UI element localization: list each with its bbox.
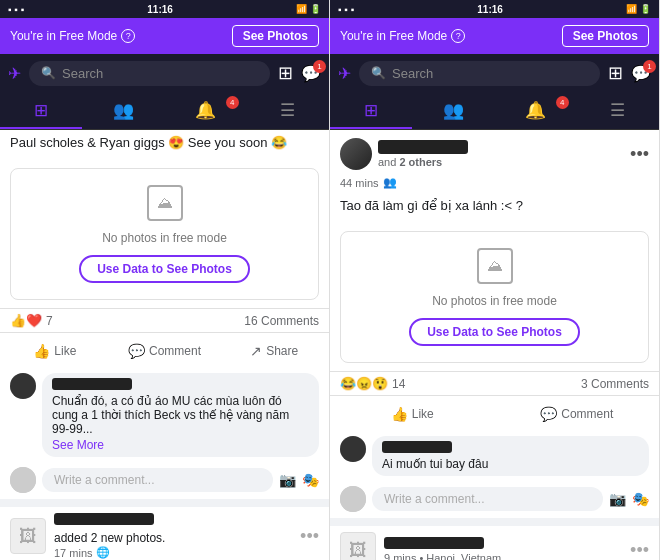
- nav-tab-menu-right[interactable]: ☰: [577, 96, 659, 125]
- comment-section-1: Write a comment... 📷 🎭: [0, 461, 329, 499]
- comment-label-2: Comment: [561, 407, 613, 421]
- home-icon-left: ⊞: [34, 100, 48, 121]
- others-label: 2 others: [399, 156, 442, 168]
- search-actions-left: ⊞ 💬 1: [278, 62, 321, 84]
- search-input-right[interactable]: 🔍 Search: [359, 61, 600, 86]
- post-menu-2[interactable]: •••: [630, 144, 649, 165]
- messenger-badge-left: 1: [313, 60, 326, 73]
- post-andothers-2: and 2 others: [378, 156, 468, 168]
- comment-section-2: Write a comment... 📷 🎭: [330, 480, 659, 518]
- added-photo-name-redacted-right: [384, 537, 484, 549]
- messenger-msg-icon-left[interactable]: 💬 1: [301, 64, 321, 83]
- laugh-emoji-2: 😂: [340, 376, 356, 391]
- battery-icon: 🔋: [310, 4, 321, 14]
- post-menu-right-bar[interactable]: •••: [630, 540, 649, 560]
- qr-icon-left[interactable]: ⊞: [278, 62, 293, 84]
- comment-icons-1: 📷 🎭: [279, 472, 319, 488]
- status-left-icons-right: ▪ ▪ ▪: [338, 4, 354, 15]
- see-photos-btn-right[interactable]: See Photos: [562, 25, 649, 47]
- no-photo-label-1: No photos in free mode: [102, 231, 227, 245]
- my-avatar-2: [340, 486, 366, 512]
- camera-icon-2[interactable]: 📷: [609, 491, 626, 507]
- post-time-2: 44 mins 👥: [330, 174, 659, 193]
- feed-right: and 2 others ••• 44 mins 👥 Tao đã làm gì…: [330, 130, 659, 560]
- added-photo-info-right: 9 mins • Hanoi, Vietnam: [384, 537, 622, 560]
- my-avatar-1: [10, 467, 36, 493]
- nav-tab-notif-right[interactable]: 🔔 4: [495, 96, 577, 125]
- signal-icon: ▪ ▪ ▪: [8, 4, 24, 15]
- sticker-icon-1[interactable]: 🎭: [302, 472, 319, 488]
- like-btn-1[interactable]: 👍 Like: [0, 337, 110, 365]
- comment-input-1[interactable]: Write a comment...: [42, 468, 273, 492]
- action-bar-1: 👍 Like 💬 Comment ↗ Share: [0, 332, 329, 369]
- post-avatar-img-2: [340, 138, 372, 170]
- qr-icon-right[interactable]: ⊞: [608, 62, 623, 84]
- commenter-name-redacted: [52, 378, 132, 390]
- comment-label-1: Comment: [149, 344, 201, 358]
- reaction-emojis-2: 😂 😠 😲: [340, 376, 388, 391]
- comment-bubble-1: Chuẩn đó, a có đủ áo MU các mùa luôn đó …: [42, 373, 319, 457]
- use-data-btn-1[interactable]: Use Data to See Photos: [79, 255, 250, 283]
- comment-btn-1[interactable]: 💬 Comment: [110, 337, 220, 365]
- like-label-2: Like: [412, 407, 434, 421]
- post-menu-left[interactable]: •••: [300, 526, 319, 547]
- free-mode-help-right[interactable]: ?: [451, 29, 465, 43]
- share-btn-1[interactable]: ↗ Share: [219, 337, 329, 365]
- see-photos-btn-left[interactable]: See Photos: [232, 25, 319, 47]
- free-mode-text-right: You're in Free Mode ?: [340, 29, 465, 43]
- nav-tab-friends-right[interactable]: 👥: [412, 96, 494, 125]
- comment-icons-2: 📷 🎭: [609, 491, 649, 507]
- author-name-redacted-2: [378, 140, 468, 154]
- globe-icon-left: 🌐: [96, 546, 110, 559]
- location-label-right: Hanoi, Vietnam: [426, 552, 501, 560]
- camera-icon-1[interactable]: 📷: [279, 472, 296, 488]
- messenger-icon-left: ✈: [8, 64, 21, 83]
- status-right-icons: 📶 🔋: [296, 4, 321, 14]
- friends-icon-left: 👥: [113, 100, 134, 121]
- post-author-info-2: and 2 others: [378, 140, 468, 168]
- added-photos-text: added 2 new photos.: [54, 531, 165, 545]
- reactions-left-1: 👍 ❤️ 7: [10, 313, 53, 328]
- search-input-left[interactable]: 🔍 Search: [29, 61, 270, 86]
- added-photos-bar-right: 🖼 9 mins • Hanoi, Vietnam •••: [330, 526, 659, 560]
- reactions-row-2: 😂 😠 😲 14 3 Comments: [330, 371, 659, 395]
- home-icon-right: ⊞: [364, 100, 378, 121]
- heart-emoji-1: ❤️: [26, 313, 42, 328]
- status-left-icons: ▪ ▪ ▪: [8, 4, 24, 15]
- nav-tab-friends-left[interactable]: 👥: [82, 96, 164, 125]
- status-time-right: 11:16: [477, 4, 503, 15]
- added-photo-thumb-left: 🖼: [10, 518, 46, 554]
- comment-input-2[interactable]: Write a comment...: [372, 487, 603, 511]
- search-glass-left: 🔍: [41, 66, 56, 80]
- wifi-icon: 📶: [296, 4, 307, 14]
- free-mode-help-left[interactable]: ?: [121, 29, 135, 43]
- messenger-badge-right: 1: [643, 60, 656, 73]
- nav-tabs-left: ⊞ 👥 🔔 4 ☰: [0, 92, 329, 130]
- status-bar-right: ▪ ▪ ▪ 11:16 📶 🔋: [330, 0, 659, 18]
- commenter-name-redacted-2: [382, 441, 452, 453]
- wifi-icon-right: 📶: [626, 4, 637, 14]
- like-label-1: Like: [54, 344, 76, 358]
- menu-icon-left: ☰: [280, 100, 295, 121]
- nav-tab-home-right[interactable]: ⊞: [330, 96, 412, 125]
- reaction-count-1: 7: [46, 314, 53, 328]
- nav-tab-menu-left[interactable]: ☰: [247, 96, 329, 125]
- reactions-left-2: 😂 😠 😲 14: [340, 376, 405, 391]
- see-more-1[interactable]: See More: [52, 438, 309, 452]
- nav-tab-notif-left[interactable]: 🔔 4: [165, 96, 247, 125]
- like-btn-2[interactable]: 👍 Like: [330, 400, 495, 428]
- nav-tab-home-left[interactable]: ⊞: [0, 96, 82, 125]
- like-icon-1: 👍: [33, 343, 50, 359]
- sticker-icon-2[interactable]: 🎭: [632, 491, 649, 507]
- post-card-1: Paul scholes & Ryan giggs 😍 See you soon…: [0, 130, 329, 499]
- messenger-msg-icon-right[interactable]: 💬 1: [631, 64, 651, 83]
- added-photo-name-redacted: [54, 513, 154, 525]
- use-data-btn-2[interactable]: Use Data to See Photos: [409, 318, 580, 346]
- time-label-right: 9 mins: [384, 552, 416, 560]
- status-bar-left: ▪ ▪ ▪ 11:16 📶 🔋: [0, 0, 329, 18]
- search-placeholder-right: Search: [392, 66, 433, 81]
- comment-btn-2[interactable]: 💬 Comment: [495, 400, 660, 428]
- right-panel: ▪ ▪ ▪ 11:16 📶 🔋 You're in Free Mode ? Se…: [330, 0, 660, 560]
- comment-icon-2: 💬: [540, 406, 557, 422]
- comment-item-2: Ai muốn tui bay đâu: [330, 432, 659, 480]
